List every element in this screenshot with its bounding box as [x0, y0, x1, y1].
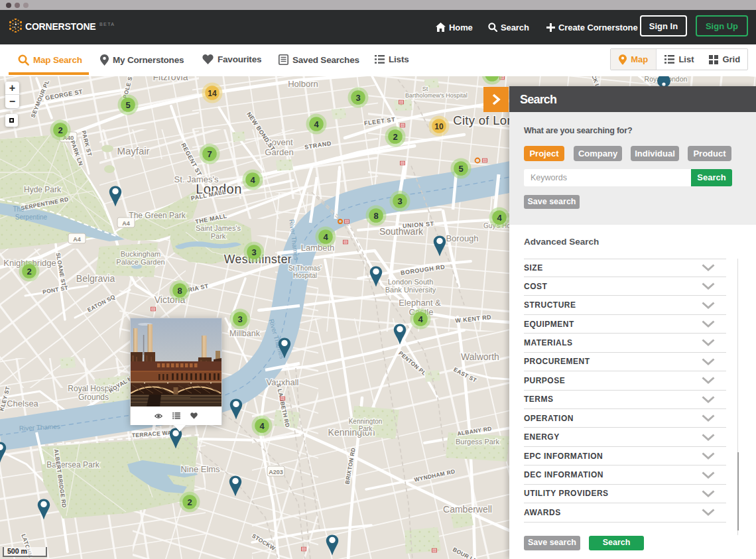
svg-text:Millbank: Millbank	[229, 329, 261, 338]
svg-text:3: 3	[237, 314, 242, 324]
svg-text:Serpentine: Serpentine	[15, 214, 48, 221]
svg-text:Fitzrovia: Fitzrovia	[153, 76, 188, 82]
svg-text:2: 2	[187, 497, 192, 507]
svg-text:The Green Park: The Green Park	[129, 211, 186, 220]
svg-text:Grounds: Grounds	[78, 393, 109, 402]
svg-text:2: 2	[27, 267, 31, 277]
svg-text:Elephant &: Elephant &	[399, 298, 441, 308]
svg-text:8: 8	[177, 286, 182, 296]
svg-text:Bank University: Bank University	[385, 286, 436, 294]
svg-text:2: 2	[393, 132, 397, 142]
svg-text:London South: London South	[388, 278, 434, 286]
svg-text:Kennington: Kennington	[349, 418, 383, 425]
svg-text:The: The	[13, 206, 25, 213]
svg-text:A4: A4	[73, 236, 81, 243]
svg-text:A203: A203	[269, 469, 283, 475]
svg-text:Nine Elms: Nine Elms	[180, 464, 220, 474]
svg-text:4: 4	[418, 314, 423, 324]
svg-text:Walworth: Walworth	[461, 351, 499, 362]
svg-text:Hyde Park: Hyde Park	[24, 185, 62, 194]
svg-text:3: 3	[251, 247, 256, 257]
svg-text:4: 4	[259, 421, 265, 431]
svg-text:Camberwell: Camberwell	[443, 504, 492, 515]
svg-text:5: 5	[125, 100, 130, 110]
svg-text:4: 4	[250, 175, 255, 185]
svg-text:St Thomas': St Thomas'	[288, 265, 322, 272]
svg-text:3: 3	[397, 196, 402, 206]
svg-text:St: St	[422, 86, 428, 92]
svg-text:Park: Park	[359, 425, 373, 432]
svg-text:Burgess Park: Burgess Park	[456, 438, 500, 446]
svg-text:4: 4	[323, 232, 328, 242]
svg-text:3: 3	[355, 93, 360, 103]
svg-text:Palace Garden: Palace Garden	[116, 258, 164, 266]
svg-text:Park: Park	[211, 232, 226, 240]
svg-text:Belgravia: Belgravia	[76, 273, 115, 284]
svg-text:Mayfair: Mayfair	[117, 145, 149, 156]
svg-text:4: 4	[314, 119, 319, 129]
svg-text:4: 4	[497, 213, 502, 223]
svg-text:8: 8	[373, 211, 378, 221]
svg-text:7: 7	[207, 149, 212, 159]
svg-text:A4: A4	[122, 220, 130, 227]
svg-text:Chelsea: Chelsea	[7, 399, 38, 408]
svg-text:5: 5	[458, 164, 463, 174]
svg-text:10: 10	[434, 122, 444, 131]
svg-text:2: 2	[58, 125, 62, 135]
svg-text:Buckingham: Buckingham	[121, 250, 161, 258]
svg-text:Holborn: Holborn	[288, 79, 318, 89]
svg-text:14: 14	[208, 89, 217, 98]
svg-text:Saint James's: Saint James's	[196, 224, 241, 232]
svg-text:Borough: Borough	[446, 233, 478, 243]
svg-text:Bartholomew's Hospital: Bartholomew's Hospital	[405, 92, 468, 99]
svg-text:Hospital: Hospital	[293, 272, 317, 279]
